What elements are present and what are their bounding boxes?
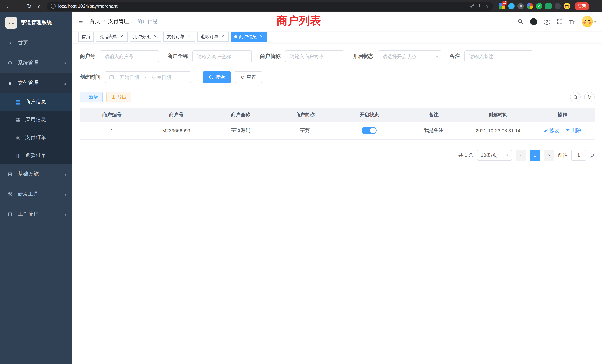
delete-link[interactable]: 删除	[566, 127, 581, 134]
top-navbar: ≡ 首页 / 支付管理 / 商户信息 ?	[72, 12, 602, 31]
font-size-icon[interactable]: TT	[569, 19, 575, 24]
field-label: 商户简称	[260, 53, 281, 60]
sidebar-toggle-icon[interactable]: ≡	[78, 17, 83, 26]
extension-icon[interactable]	[508, 3, 515, 9]
extension-icon[interactable]	[536, 3, 542, 9]
chrome-update-button[interactable]: 更新	[575, 2, 589, 10]
sidebar-item-home[interactable]: ◔ 首页	[0, 33, 72, 53]
browser-chrome: ← → ↻ ⌂ i localhost:1024/pay/merchant ☆ …	[0, 0, 602, 12]
extension-icon[interactable]	[517, 3, 524, 9]
cell-create-time: 2021-10-23 08:31:14	[466, 122, 530, 139]
sidebar-item-label: 首页	[18, 40, 28, 46]
sidebar-item-devtools[interactable]: ⚒ 研发工具 ▾	[0, 184, 72, 204]
close-icon[interactable]: ×	[119, 34, 124, 39]
pagination: 共 1 条 10条/页 ▾ ‹ 1 › 前往 页	[80, 150, 595, 160]
bookmark-star-icon[interactable]: ☆	[485, 3, 489, 9]
sidebar-item-label: 研发工具	[18, 191, 39, 198]
tab-label: 支付订单	[167, 33, 185, 40]
status-select[interactable]	[378, 50, 441, 62]
tab-refund-order[interactable]: 退款订单 ×	[197, 32, 229, 42]
form-item-full-name: 商户全称	[167, 50, 252, 62]
add-button[interactable]: + 新增	[80, 92, 103, 102]
cell-merchant-id: 1	[80, 122, 144, 139]
pencil-icon	[544, 128, 548, 133]
cell-merchant-no: M233666999	[144, 122, 208, 139]
sidebar-item-label: 系统管理	[18, 60, 39, 66]
page-size-select[interactable]: 10条/页 ▾	[477, 150, 512, 160]
address-bar[interactable]: i localhost:1024/pay/merchant ☆	[47, 2, 493, 11]
breadcrumb: 首页 / 支付管理 / 商户信息	[90, 18, 158, 25]
extension-icon[interactable]: 10	[499, 3, 505, 9]
tab-merchant-info[interactable]: 商户信息 ×	[231, 32, 267, 42]
sidebar-item-payment[interactable]: ¥ 支付管理 ▴	[0, 73, 72, 93]
share-icon[interactable]	[477, 4, 482, 9]
tab-user-group[interactable]: 用户分组 ×	[130, 32, 161, 42]
edit-link[interactable]: 修改	[544, 127, 559, 134]
main-area: ≡ 首页 / 支付管理 / 商户信息 ?	[72, 12, 602, 364]
github-icon[interactable]	[530, 18, 537, 25]
full-name-input[interactable]	[192, 50, 252, 62]
sidebar-item-label: 应用信息	[25, 116, 46, 123]
sidebar-logo-row[interactable]: 芋道管理系统	[0, 12, 72, 33]
goto-page-input[interactable]	[571, 150, 586, 160]
field-label: 备注	[450, 53, 460, 60]
document-icon: ▥	[15, 152, 22, 158]
close-icon[interactable]: ×	[220, 34, 225, 39]
sidebar-item-app-info[interactable]: ▦ 应用信息	[0, 111, 72, 129]
breadcrumb-separator: /	[132, 19, 134, 24]
start-date-input[interactable]	[116, 74, 143, 80]
sidebar-item-pay-order[interactable]: ◎ 支付订单	[0, 129, 72, 146]
remark-input[interactable]	[464, 50, 533, 62]
cell-short-name: 芋艿	[273, 122, 337, 139]
next-page-button[interactable]: ›	[544, 150, 554, 160]
extension-icon[interactable]	[527, 3, 533, 9]
tab-pay-order[interactable]: 支付订单 ×	[163, 32, 195, 42]
export-button[interactable]: 导出	[106, 92, 131, 102]
end-date-input[interactable]	[148, 74, 175, 80]
date-range-picker[interactable]: -	[105, 71, 191, 83]
fullscreen-icon[interactable]	[557, 19, 562, 24]
short-name-input[interactable]	[285, 50, 344, 62]
trash-icon	[566, 128, 570, 133]
browser-profile-avatar[interactable]	[564, 3, 570, 9]
site-info-icon[interactable]: i	[51, 4, 56, 9]
prev-page-button[interactable]: ‹	[516, 150, 526, 160]
refresh-icon: ↻	[241, 74, 245, 80]
password-key-icon[interactable]	[470, 3, 475, 9]
sidebar-item-merchant-info[interactable]: ▤ 商户信息	[0, 93, 72, 111]
tab-process-form[interactable]: 流程表单 ×	[96, 32, 128, 42]
monitor-icon: ⊞	[7, 171, 13, 178]
status-toggle[interactable]	[362, 127, 377, 134]
back-icon[interactable]: ←	[4, 3, 13, 9]
page-number-button[interactable]: 1	[530, 150, 540, 160]
close-icon[interactable]: ×	[259, 34, 264, 39]
toolbar-right: ↻	[570, 92, 595, 102]
show-search-toggle-button[interactable]	[570, 92, 580, 102]
sidebar-item-refund-order[interactable]: ▥ 退款订单	[0, 146, 72, 164]
sidebar-item-system[interactable]: ⚙ 系统管理 ▾	[0, 53, 72, 73]
sidebar-item-label: 退款订单	[25, 152, 46, 159]
breadcrumb-item[interactable]: 首页	[90, 18, 100, 25]
home-icon[interactable]: ⌂	[35, 3, 44, 9]
sidebar-item-infrastructure[interactable]: ⊞ 基础设施 ▾	[0, 164, 72, 184]
dashboard-icon: ◔	[7, 40, 13, 46]
help-icon[interactable]: ?	[544, 18, 550, 25]
search-button[interactable]: 搜索	[203, 71, 231, 83]
close-icon[interactable]: ×	[186, 34, 192, 39]
extension-icon[interactable]	[545, 3, 552, 9]
refresh-table-button[interactable]: ↻	[584, 92, 595, 102]
sidebar-item-workflow[interactable]: ⊡ 工作流程 ▾	[0, 204, 72, 224]
reload-icon[interactable]: ↻	[24, 3, 34, 10]
forward-icon[interactable]: →	[14, 3, 24, 9]
extension-icon[interactable]	[555, 3, 561, 9]
merchant-no-input[interactable]	[100, 50, 159, 62]
user-avatar[interactable]: ▾	[582, 16, 596, 27]
chevron-up-icon: ▴	[64, 81, 66, 85]
close-icon[interactable]: ×	[153, 34, 158, 39]
breadcrumb-item[interactable]: 支付管理	[108, 18, 129, 25]
search-icon[interactable]	[517, 19, 523, 24]
browser-menu-icon[interactable]: ⋮	[592, 3, 598, 9]
reset-button[interactable]: ↻ 重置	[235, 71, 262, 83]
tab-home[interactable]: 首页	[78, 32, 94, 42]
search-icon	[209, 75, 214, 79]
